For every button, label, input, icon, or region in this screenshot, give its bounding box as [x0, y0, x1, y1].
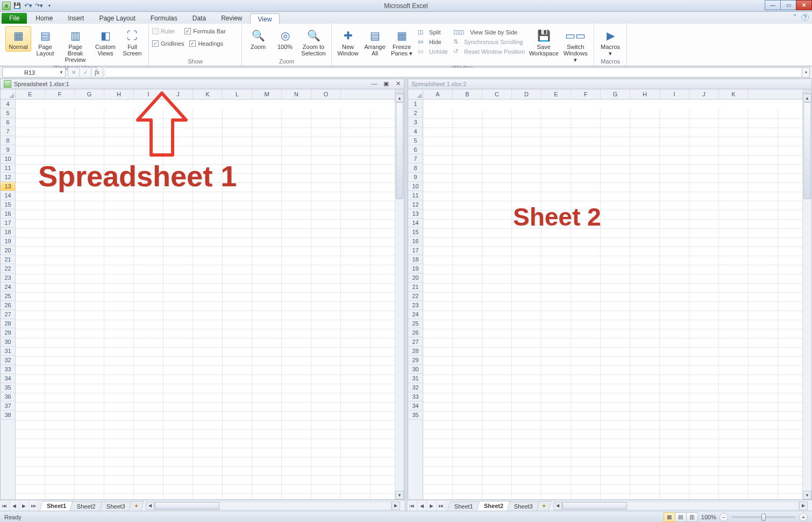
sheet-tab[interactable]: Sheet1: [40, 501, 74, 511]
column-header[interactable]: H: [104, 89, 134, 99]
row-header[interactable]: 33: [408, 392, 423, 401]
formula-bar-checkbox[interactable]: ✓Formula Bar: [184, 26, 226, 36]
zoom-slider[interactable]: [731, 516, 796, 518]
row-header[interactable]: 13: [408, 209, 423, 218]
full-screen-button[interactable]: ⛶Full Screen: [119, 26, 145, 58]
row-header[interactable]: 11: [408, 191, 423, 200]
scroll-up-icon[interactable]: ▲: [395, 94, 404, 102]
zoom-to-selection-button[interactable]: 🔍Zoom to Selection: [299, 26, 328, 58]
hscroll-right[interactable]: ◀ ▶: [553, 500, 812, 511]
column-header[interactable]: J: [689, 89, 719, 99]
macros-button[interactable]: ▶Macros ▾: [597, 26, 623, 58]
row-header[interactable]: 17: [1, 218, 15, 228]
zoom-out-button[interactable]: −: [720, 513, 728, 521]
row-header[interactable]: 4: [408, 127, 423, 136]
scroll-up-icon[interactable]: ▲: [803, 94, 811, 102]
new-sheet-icon[interactable]: ✦: [536, 501, 551, 511]
doc-minimize-icon[interactable]: —: [371, 80, 378, 87]
tab-view[interactable]: View: [250, 13, 280, 24]
save-icon[interactable]: 💾: [13, 2, 22, 10]
row-header[interactable]: 33: [1, 365, 15, 374]
row-header[interactable]: 21: [408, 283, 423, 292]
row-header[interactable]: 30: [408, 365, 423, 374]
row-header[interactable]: 22: [408, 292, 423, 301]
undo-icon[interactable]: ↶▾: [24, 2, 32, 10]
redo-icon[interactable]: ↷▾: [34, 2, 43, 10]
hscroll-thumb[interactable]: [562, 502, 627, 510]
row-header[interactable]: 21: [1, 255, 15, 264]
row-header[interactable]: 29: [408, 356, 423, 365]
row-header[interactable]: 17: [408, 246, 423, 255]
row-header[interactable]: 30: [1, 337, 15, 347]
row-headers-right[interactable]: 1234567891011121314151617181920212223242…: [408, 100, 423, 499]
row-header[interactable]: 16: [1, 209, 15, 218]
next-tab-icon[interactable]: ▶: [427, 500, 437, 511]
select-all-right[interactable]: [408, 89, 423, 100]
close-button[interactable]: ✕: [796, 0, 812, 10]
freeze-panes-button[interactable]: ▦Freeze Panes ▾: [389, 26, 415, 58]
help-icon[interactable]: ?: [801, 13, 809, 21]
row-header[interactable]: 20: [408, 273, 423, 283]
row-header[interactable]: 31: [1, 347, 15, 356]
doc-close-icon[interactable]: ✕: [394, 80, 402, 87]
doc-restore-icon[interactable]: ▣: [382, 80, 390, 87]
fx-button[interactable]: fx: [91, 67, 103, 77]
row-header[interactable]: 6: [408, 145, 423, 154]
column-header[interactable]: F: [45, 89, 75, 99]
qat-customize-icon[interactable]: ▾: [45, 2, 54, 10]
headings-checkbox[interactable]: ✓Headings: [189, 39, 223, 48]
sheet-tabs-left[interactable]: Sheet1Sheet2Sheet3✦: [39, 500, 141, 511]
normal-view-shortcut[interactable]: ▦: [664, 512, 675, 522]
vscroll-thumb[interactable]: [396, 102, 403, 199]
scroll-right-icon[interactable]: ▶: [799, 502, 808, 510]
page-layout-button[interactable]: ▤Page Layout: [32, 26, 58, 58]
page-layout-shortcut[interactable]: ▤: [675, 512, 687, 522]
column-header[interactable]: C: [482, 89, 512, 99]
row-header[interactable]: 28: [1, 319, 15, 328]
tab-review[interactable]: Review: [213, 13, 250, 24]
row-header[interactable]: 13: [1, 182, 15, 191]
row-header[interactable]: 5: [408, 136, 423, 145]
column-header[interactable]: E: [16, 89, 45, 99]
row-header[interactable]: 10: [408, 182, 423, 191]
column-header[interactable]: K: [193, 89, 223, 99]
split-button[interactable]: ◫ Split: [418, 27, 448, 37]
hscroll-left[interactable]: ◀ ▶: [146, 500, 404, 511]
row-header[interactable]: 4: [1, 100, 15, 109]
minimize-ribbon-icon[interactable]: ⌃: [793, 13, 797, 21]
row-header[interactable]: 15: [408, 228, 423, 237]
row-header[interactable]: 27: [1, 310, 15, 319]
minimize-button[interactable]: —: [765, 0, 781, 10]
grid-right[interactable]: ABCDEFGHIJK 1234567891011121314151617181…: [408, 89, 812, 500]
column-header[interactable]: L: [223, 89, 252, 99]
row-header[interactable]: 34: [408, 401, 423, 411]
row-header[interactable]: 14: [1, 191, 15, 200]
column-header[interactable]: M: [252, 89, 282, 99]
formula-input[interactable]: [105, 67, 802, 77]
row-header[interactable]: 36: [1, 392, 15, 401]
column-header[interactable]: J: [163, 89, 193, 99]
vscroll-left[interactable]: ▲ ▼: [395, 89, 404, 499]
tab-formulas[interactable]: Formulas: [143, 13, 185, 24]
doc-title-left[interactable]: Spreadsheet 1.xlsx:1 — ▣ ✕: [0, 79, 404, 89]
save-workspace-button[interactable]: 💾Save Workspace: [528, 26, 559, 58]
column-header[interactable]: F: [571, 89, 601, 99]
row-header[interactable]: 35: [408, 411, 423, 420]
select-all-left[interactable]: [1, 89, 16, 100]
scroll-left-icon[interactable]: ◀: [553, 502, 562, 510]
row-header[interactable]: 24: [408, 310, 423, 319]
scroll-right-icon[interactable]: ▶: [391, 502, 400, 510]
row-header[interactable]: 25: [408, 319, 423, 328]
expand-formula-bar-icon[interactable]: ▾: [802, 67, 810, 77]
row-header[interactable]: 32: [408, 383, 423, 392]
first-tab-icon[interactable]: ⏮: [408, 500, 417, 511]
grid-left[interactable]: EFGHIJKLMNO 4567891011121314151617181920…: [0, 89, 404, 500]
column-headers-left[interactable]: EFGHIJKLMNO: [16, 89, 395, 100]
row-header[interactable]: 28: [408, 347, 423, 356]
scroll-down-icon[interactable]: ▼: [395, 491, 404, 499]
sheet-tab[interactable]: Sheet3: [507, 502, 540, 511]
row-header[interactable]: 23: [408, 301, 423, 310]
row-header[interactable]: 15: [1, 200, 15, 209]
row-header[interactable]: 12: [1, 173, 15, 182]
row-header[interactable]: 6: [1, 118, 15, 127]
